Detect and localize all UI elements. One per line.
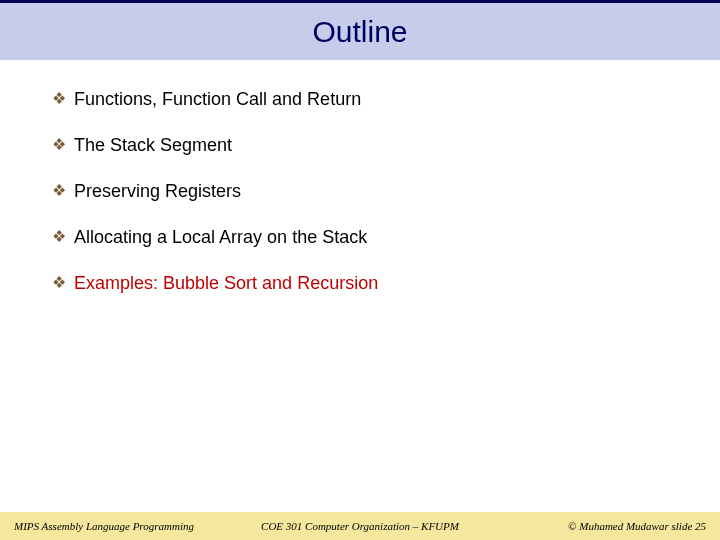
diamond-bullet-icon: ❖ xyxy=(52,272,66,294)
diamond-bullet-icon: ❖ xyxy=(52,134,66,156)
title-bar: Outline xyxy=(0,0,720,60)
footer-left: MIPS Assembly Language Programming xyxy=(14,520,245,532)
slide-title: Outline xyxy=(312,15,407,49)
diamond-bullet-icon: ❖ xyxy=(52,226,66,248)
bullet-item: ❖ Functions, Function Call and Return xyxy=(52,88,668,110)
footer-center: COE 301 Computer Organization – KFUPM xyxy=(245,520,476,532)
diamond-bullet-icon: ❖ xyxy=(52,88,66,110)
bullet-item-active: ❖ Examples: Bubble Sort and Recursion xyxy=(52,272,668,294)
bullet-text: Functions, Function Call and Return xyxy=(74,88,361,110)
bullet-item: ❖ Preserving Registers xyxy=(52,180,668,202)
footer-right: © Muhamed Mudawar slide 25 xyxy=(475,520,706,532)
bullet-text: Examples: Bubble Sort and Recursion xyxy=(74,272,378,294)
bullet-item: ❖ The Stack Segment xyxy=(52,134,668,156)
bullet-text: The Stack Segment xyxy=(74,134,232,156)
diamond-bullet-icon: ❖ xyxy=(52,180,66,202)
bullet-text: Allocating a Local Array on the Stack xyxy=(74,226,367,248)
bullet-text: Preserving Registers xyxy=(74,180,241,202)
footer-bar: MIPS Assembly Language Programming COE 3… xyxy=(0,512,720,540)
content-area: ❖ Functions, Function Call and Return ❖ … xyxy=(0,60,720,294)
bullet-item: ❖ Allocating a Local Array on the Stack xyxy=(52,226,668,248)
